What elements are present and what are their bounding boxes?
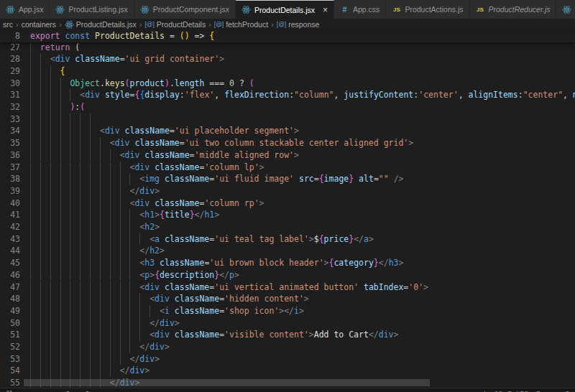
code-line-29[interactable]: 29 { bbox=[0, 65, 575, 78]
react-icon bbox=[6, 5, 15, 14]
breadcrumb-item-productdetails-jsx[interactable]: ProductDetails.jsx bbox=[65, 20, 137, 29]
code-text bbox=[30, 113, 100, 126]
status-bar-left: main*↻⊘0△0 bbox=[0, 388, 95, 392]
tab-app-jsx[interactable]: App.jsx bbox=[0, 0, 50, 19]
line-number: 32 bbox=[0, 101, 20, 113]
react-icon bbox=[55, 5, 65, 14]
tab-productdetails-jsx[interactable]: ProductDetails.jsx× bbox=[236, 0, 334, 19]
breadcrumb-separator-icon: › bbox=[271, 20, 274, 29]
code-line-28[interactable]: 28 <div className='ui grid container'> bbox=[0, 53, 575, 65]
line-number: 35 bbox=[0, 137, 20, 149]
code-text: <a className='ui teal tag label'>${price… bbox=[30, 233, 374, 246]
code-line-46[interactable]: 46 <p>{description}</p> bbox=[0, 269, 575, 281]
code-text: <div className='ui placeholder segment'> bbox=[30, 125, 299, 137]
sticky-code-line[interactable]: 8export const ProductDetails = () => { bbox=[0, 30, 575, 42]
code-text: <img className='ui fluid image' src={ima… bbox=[30, 173, 403, 185]
breadcrumb-separator-icon: › bbox=[16, 20, 19, 29]
code-line-27[interactable]: 27 return ( bbox=[0, 42, 575, 54]
code-line-43[interactable]: 43 <a className='ui teal tag label'>${pr… bbox=[0, 233, 575, 246]
line-number: 33 bbox=[0, 113, 20, 126]
close-icon[interactable]: × bbox=[323, 6, 328, 14]
breadcrumb-item-productdetails[interactable]: [@]ProductDetails bbox=[145, 20, 206, 29]
breadcrumb: src›containers›ProductDetails.jsx›[@]Pro… bbox=[0, 19, 575, 30]
code-line-36[interactable]: 36 <div className='middle aligned row'> bbox=[0, 149, 575, 162]
breadcrumb-separator-icon: › bbox=[59, 20, 62, 29]
line-number: 36 bbox=[0, 149, 20, 162]
code-line-37[interactable]: 37 <div className='column lp'> bbox=[0, 162, 575, 174]
css-icon: # bbox=[340, 5, 349, 14]
code-text: export const ProductDetails = () => { bbox=[30, 30, 214, 42]
breadcrumb-item-fetchproduct[interactable]: [@]fetchProduct bbox=[214, 20, 268, 29]
code-line-41[interactable]: 41 <h1>{title}</h1> bbox=[0, 209, 575, 221]
symbol-icon: [@] bbox=[214, 21, 224, 28]
code-line-50[interactable]: 50 </div> bbox=[0, 317, 575, 330]
code-line-44[interactable]: 44 </h2> bbox=[0, 245, 575, 257]
code-line-49[interactable]: 49 <i className='shop icon'></i> bbox=[0, 305, 575, 317]
code-text: <div style={{display:'flex', flexDirecti… bbox=[30, 89, 575, 101]
line-number: 53 bbox=[0, 353, 20, 365]
react-icon bbox=[242, 5, 251, 14]
code-text: <div className='ui grid container'> bbox=[30, 53, 224, 65]
code-line-53[interactable]: 53 </div> bbox=[0, 353, 575, 365]
code-line-38[interactable]: 38 <img className='ui fluid image' src={… bbox=[0, 173, 575, 185]
tab-productlisting-jsx[interactable]: ProductListing.jsx bbox=[50, 0, 134, 19]
code-text: <div className='ui two column stackable … bbox=[30, 137, 413, 149]
code-line-52[interactable]: 52 </div> bbox=[0, 341, 575, 353]
breadcrumb-item-containers[interactable]: containers bbox=[22, 20, 56, 29]
breadcrumb-label: src bbox=[3, 20, 13, 29]
code-editor[interactable]: 27 return (28 <div className='ui grid co… bbox=[0, 30, 575, 392]
line-number: 49 bbox=[0, 305, 20, 317]
breadcrumb-label: containers bbox=[22, 20, 56, 29]
tab-label: ProductReducer.js bbox=[489, 5, 551, 14]
tab-productactions-js[interactable]: JSProductActions.js bbox=[386, 0, 469, 19]
sticky-scroll-line[interactable]: 8export const ProductDetails = () => { bbox=[0, 30, 575, 42]
code-text: <div className='hidden content'> bbox=[30, 293, 309, 305]
code-text: return ( bbox=[30, 42, 80, 54]
js-icon: JS bbox=[476, 5, 485, 14]
line-number: 44 bbox=[0, 245, 20, 257]
line-number: 40 bbox=[0, 197, 20, 210]
code-line-33[interactable]: 33 bbox=[0, 113, 575, 126]
tab-productcomponent-jsx[interactable]: ProductComponent.jsx bbox=[134, 0, 236, 19]
code-line-45[interactable]: 45 <h3 className='ui brown block header'… bbox=[0, 257, 575, 269]
tab-label: ProductListing.jsx bbox=[68, 5, 127, 14]
code-line-54[interactable]: 54 </div> bbox=[0, 365, 575, 377]
line-number: 43 bbox=[0, 233, 20, 246]
code-text: <div className='visible content'>Add to … bbox=[30, 329, 398, 341]
code-text: <h2> bbox=[30, 221, 160, 233]
code-text: { bbox=[30, 65, 65, 78]
tab-label: App.jsx bbox=[19, 5, 43, 14]
code-text: </div> bbox=[30, 317, 180, 330]
breadcrumb-item-src[interactable]: src bbox=[3, 20, 13, 29]
code-line-48[interactable]: 48 <div className='hidden content'> bbox=[0, 293, 575, 305]
line-number: 37 bbox=[0, 162, 20, 174]
horizontal-scrollbar-thumb[interactable] bbox=[24, 379, 430, 386]
line-number: 41 bbox=[0, 209, 20, 221]
code-line-40[interactable]: 40 <div className='column rp'> bbox=[0, 197, 575, 210]
code-text: </h2> bbox=[30, 245, 165, 257]
breadcrumb-item-response[interactable]: [@]response bbox=[277, 20, 320, 29]
code-line-35[interactable]: 35 <div className='ui two column stackab… bbox=[0, 137, 575, 149]
code-text: <p>{description}</p> bbox=[30, 269, 239, 281]
tab-app-css[interactable]: #App.css bbox=[334, 0, 386, 19]
tab-main-jsx[interactable]: main.jsx bbox=[556, 0, 575, 19]
code-line-34[interactable]: 34 <div className='ui placeholder segmen… bbox=[0, 125, 575, 137]
code-text: <i className='shop icon'></i> bbox=[30, 305, 304, 317]
line-number: 38 bbox=[0, 173, 20, 185]
code-line-51[interactable]: 51 <div className='visible content'>Add … bbox=[0, 329, 575, 341]
line-number: 51 bbox=[0, 329, 20, 341]
code-line-31[interactable]: 31 <div style={{display:'flex', flexDire… bbox=[0, 89, 575, 101]
code-line-42[interactable]: 42 <h2> bbox=[0, 221, 575, 233]
code-line-30[interactable]: 30 Object.keys(product).length === 0 ? ( bbox=[0, 78, 575, 90]
breadcrumb-label: ProductDetails.jsx bbox=[76, 20, 137, 29]
code-line-39[interactable]: 39 </div> bbox=[0, 185, 575, 197]
tab-label: ProductActions.js bbox=[405, 5, 463, 14]
code-line-32[interactable]: 32 ):( bbox=[0, 101, 575, 113]
code-text: <div className='ui vertical animated but… bbox=[30, 281, 428, 294]
code-text: <div className='column rp'> bbox=[30, 197, 264, 210]
code-line-47[interactable]: 47 <div className='ui vertical animated … bbox=[0, 281, 575, 294]
code-text: </div> bbox=[30, 185, 160, 197]
tab-productreducer-js[interactable]: JSProductReducer.js bbox=[470, 0, 557, 19]
vscode-window: App.jsxProductListing.jsxProductComponen… bbox=[0, 0, 575, 392]
tab-bar: App.jsxProductListing.jsxProductComponen… bbox=[0, 0, 575, 19]
